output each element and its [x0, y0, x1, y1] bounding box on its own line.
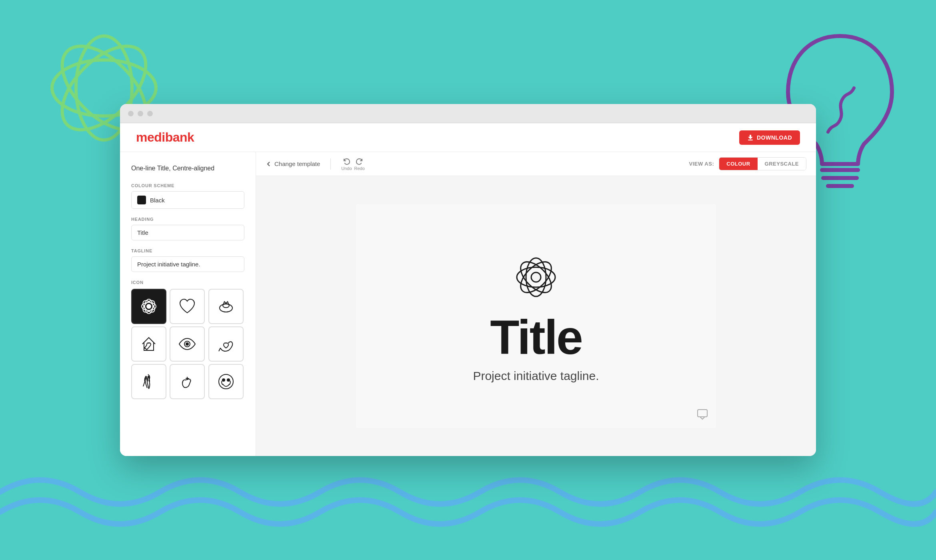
svg-point-20 — [222, 379, 225, 381]
heading-input[interactable] — [131, 225, 244, 240]
canvas-wrapper: Title Project initiative tagline. — [256, 176, 816, 456]
heading-group: HEADING — [131, 217, 244, 240]
icon-cell-ring[interactable] — [208, 289, 244, 324]
house-heart-icon — [138, 334, 159, 354]
tagline-input[interactable] — [131, 256, 244, 272]
tagline-group: TAGLINE — [131, 248, 244, 272]
colour-swatch-black — [137, 196, 146, 204]
toolbar-right: VIEW AS: COLOUR GREYSCALE — [689, 157, 807, 170]
app-content: One-line Title, Centre-aligned COLOUR SC… — [120, 152, 816, 456]
svg-rect-27 — [698, 410, 707, 417]
colour-scheme-selector[interactable]: Black — [131, 191, 244, 209]
comment-svg — [697, 409, 708, 420]
medibank-logo: medibank — [136, 130, 194, 145]
icon-cell-hand-plus[interactable] — [170, 364, 205, 399]
svg-point-26 — [531, 272, 541, 282]
preview-toolbar: Change template Undo — [256, 152, 816, 176]
eye-icon — [177, 334, 198, 354]
colour-scheme-group: COLOUR SCHEME Black — [131, 183, 244, 209]
icon-cell-flower[interactable] — [131, 289, 166, 324]
redo-icon — [356, 157, 364, 165]
browser-titlebar — [120, 104, 816, 123]
browser-window: medibank DOWNLOAD One-line Title, Centre… — [120, 104, 816, 456]
redo-button[interactable]: Redo — [354, 157, 365, 171]
change-template-label: Change template — [274, 160, 320, 167]
colour-name: Black — [150, 197, 165, 204]
template-title: One-line Title, Centre-aligned — [131, 165, 244, 172]
icon-cell-hand-heart[interactable] — [208, 326, 244, 362]
undo-redo-group: Undo Redo — [341, 157, 365, 171]
icon-cell-smiley[interactable] — [208, 364, 244, 399]
icon-label: ICON — [131, 280, 244, 285]
undo-button[interactable]: Undo — [341, 157, 352, 171]
ring-icon — [216, 296, 236, 317]
colour-scheme-label: COLOUR SCHEME — [131, 183, 244, 188]
icon-cell-peace[interactable] — [131, 364, 166, 399]
icon-grid — [131, 289, 244, 399]
canvas-icon — [508, 249, 564, 305]
icon-cell-heart[interactable] — [170, 289, 205, 324]
redo-label: Redo — [354, 166, 365, 171]
view-toggle: COLOUR GREYSCALE — [719, 157, 806, 170]
hand-heart-icon — [216, 334, 236, 354]
hand-plus-icon — [177, 371, 198, 392]
comment-icon[interactable] — [697, 409, 708, 422]
icon-cell-eye[interactable] — [170, 326, 205, 362]
icon-group: ICON — [131, 280, 244, 399]
colour-view-button[interactable]: COLOUR — [719, 158, 757, 170]
download-button[interactable]: DOWNLOAD — [739, 130, 800, 145]
sidebar: One-line Title, Centre-aligned COLOUR SC… — [120, 152, 256, 456]
heart-icon — [177, 296, 198, 317]
download-btn-label: DOWNLOAD — [757, 134, 792, 141]
greyscale-view-button[interactable]: GREYSCALE — [758, 158, 806, 170]
canvas: Title Project initiative tagline. — [356, 204, 716, 428]
svg-point-21 — [227, 379, 230, 381]
smiley-icon — [216, 371, 236, 392]
icon-cell-house-heart[interactable] — [131, 326, 166, 362]
chevron-left-icon — [266, 161, 272, 167]
preview-area: Change template Undo — [256, 152, 816, 456]
svg-point-12 — [147, 304, 151, 308]
undo-icon — [342, 157, 350, 165]
download-icon — [747, 134, 754, 141]
browser-dot-2 — [138, 111, 143, 116]
toolbar-left: Change template Undo — [266, 157, 365, 171]
undo-label: Undo — [341, 166, 352, 171]
canvas-title: Title — [490, 313, 582, 361]
peace-icon — [138, 371, 159, 392]
flower-icon — [138, 296, 159, 317]
canvas-tagline: Project initiative tagline. — [473, 369, 599, 383]
change-template-button[interactable]: Change template — [266, 160, 320, 167]
bg-wave-blue — [0, 460, 936, 548]
canvas-flower-icon — [508, 249, 564, 305]
browser-dot-1 — [128, 111, 134, 116]
tagline-label: TAGLINE — [131, 248, 244, 253]
heading-label: HEADING — [131, 217, 244, 222]
app-header: medibank DOWNLOAD — [120, 123, 816, 152]
svg-rect-7 — [748, 140, 753, 140]
svg-point-16 — [186, 343, 188, 345]
browser-dot-3 — [147, 111, 153, 116]
view-as-label: VIEW AS: — [689, 161, 714, 167]
toolbar-separator-1 — [330, 158, 331, 170]
